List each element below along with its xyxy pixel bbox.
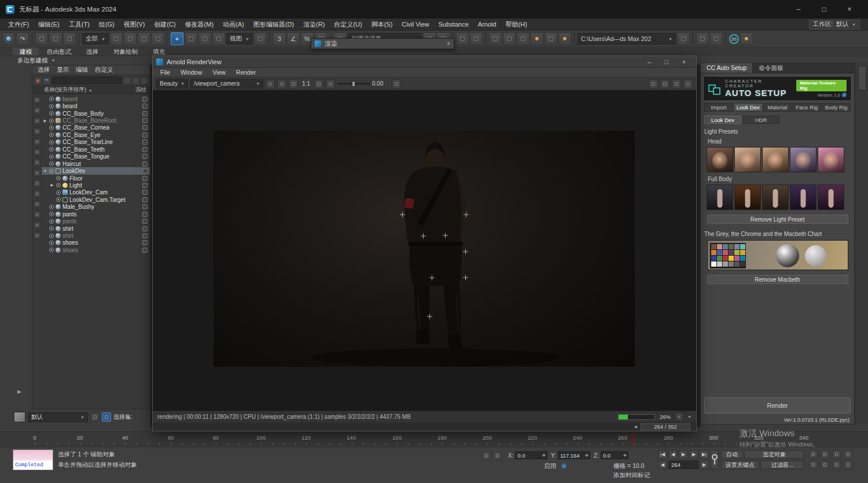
display-all-icon[interactable] xyxy=(34,97,41,104)
body-preset-thumb-5[interactable] xyxy=(818,185,844,210)
menu-group[interactable]: 组(G) xyxy=(94,19,119,31)
hierarchy-view-icon[interactable] xyxy=(141,77,148,84)
visibility-icon[interactable] xyxy=(49,161,54,166)
object-color-swatch[interactable] xyxy=(14,412,25,422)
set-key-mode-button[interactable]: 设置关键点 xyxy=(721,460,759,469)
menu-scripting[interactable]: 脚本(S) xyxy=(367,19,398,31)
freeze-toggle-icon[interactable] xyxy=(142,97,148,102)
minimize-icon[interactable]: – xyxy=(641,56,658,68)
maximize-icon[interactable]: □ xyxy=(658,56,675,68)
display-mode-icon[interactable] xyxy=(660,79,670,89)
adaptive-degradation-badge[interactable]: 20 xyxy=(729,34,739,44)
lighting-analysis-icon[interactable] xyxy=(740,32,753,45)
preset-dropdown[interactable]: 默认 ▼ xyxy=(28,412,88,422)
next-frame-button[interactable]: ▶ xyxy=(689,450,698,459)
key-filters-button[interactable]: 过滤器... xyxy=(760,460,804,469)
collapse-icon[interactable]: ▼ xyxy=(43,169,47,173)
rv-menu-window[interactable]: Window xyxy=(175,69,207,76)
visibility-icon[interactable] xyxy=(49,140,54,145)
use-pivot-center-icon[interactable] xyxy=(254,32,267,45)
tree-item-shoes[interactable]: shoes xyxy=(42,246,150,253)
expand-icon[interactable]: ▶ xyxy=(50,183,54,187)
lock-explorer-icon[interactable] xyxy=(34,222,41,228)
track-bar[interactable]: 0 20 40 60 80 100 120 140 160 180 200 22… xyxy=(0,432,868,447)
viewport-layout-icon[interactable] xyxy=(844,460,852,469)
display-geometry-icon[interactable] xyxy=(34,107,41,114)
ribbon-tab-freeform[interactable]: 自由形式 xyxy=(40,47,78,56)
window-crossing-icon[interactable] xyxy=(152,32,164,45)
channels-icon[interactable] xyxy=(672,79,681,89)
visibility-icon[interactable] xyxy=(49,241,54,245)
freeze-toggle-icon[interactable] xyxy=(142,168,148,174)
auto-key-button[interactable]: 自动 xyxy=(721,450,743,459)
pan-icon[interactable] xyxy=(809,460,818,469)
tree-item-cc-base-tearline[interactable]: CC_Base_TearLine xyxy=(42,139,150,146)
clear-filter-icon[interactable] xyxy=(34,77,42,84)
zoom-extents-icon[interactable] xyxy=(832,450,841,459)
pick-parent-icon[interactable] xyxy=(34,211,41,218)
zoom-icon[interactable] xyxy=(809,450,818,459)
minimize-icon[interactable]: – xyxy=(786,0,811,19)
head-preset-thumb-2[interactable] xyxy=(734,147,761,172)
freeze-toggle-icon[interactable] xyxy=(142,197,148,202)
cc-tab-look-dev[interactable]: Look Dev xyxy=(734,103,763,112)
display-lights-icon[interactable] xyxy=(34,128,41,135)
snapshot-icon[interactable] xyxy=(277,79,286,89)
menu-edit[interactable]: 编辑(E) xyxy=(34,19,64,31)
visibility-icon[interactable] xyxy=(49,119,54,123)
tree-item-pants[interactable]: pants xyxy=(42,217,150,224)
ribbon-tab-object-paint[interactable]: 对象绘制 xyxy=(106,47,145,56)
go-to-end-button[interactable]: ▶| xyxy=(700,450,709,459)
ribbon-tab-modeling[interactable]: 建模 xyxy=(13,47,39,56)
explorer-menu-customize[interactable]: 自定义 xyxy=(92,66,116,74)
expand-icon[interactable]: ▶ xyxy=(43,119,47,123)
render-region-icon[interactable] xyxy=(710,32,723,45)
rendered-frame-window-icon[interactable] xyxy=(545,32,557,45)
menu-views[interactable]: 视图(V) xyxy=(119,19,150,31)
info-icon[interactable]: i xyxy=(561,463,567,469)
z-coordinate-field[interactable]: Z: 0.0 xyxy=(594,451,628,459)
visibility-icon[interactable] xyxy=(49,126,54,130)
reference-coordinate-dropdown[interactable]: 视图 ▼ xyxy=(226,33,253,45)
tree-item-beard[interactable]: beard xyxy=(42,95,150,102)
tree-item-lookdev-cam[interactable]: LookDev_Cam xyxy=(42,189,150,196)
display-bones-icon[interactable] xyxy=(34,169,41,176)
angle-snap-icon[interactable]: ∠ xyxy=(287,32,300,45)
menu-customize[interactable]: 自定义(U) xyxy=(329,19,366,31)
remove-light-preset-button[interactable]: Remove Light Preset xyxy=(707,215,848,224)
menu-graph-editors[interactable]: 图形编辑器(D) xyxy=(249,19,299,31)
enable-label[interactable]: 启用 xyxy=(544,462,556,470)
orbit-icon[interactable] xyxy=(821,460,829,469)
visibility-icon[interactable] xyxy=(49,219,54,224)
visibility-icon[interactable] xyxy=(56,197,61,202)
select-object-icon[interactable] xyxy=(110,32,123,45)
stop-render-icon[interactable] xyxy=(675,413,683,421)
visibility-icon[interactable] xyxy=(56,190,61,195)
visibility-icon[interactable] xyxy=(49,154,54,159)
arnold-render-icon[interactable] xyxy=(2,32,15,45)
exposure-sun-icon[interactable] xyxy=(326,79,335,89)
body-preset-thumb-1[interactable] xyxy=(707,185,733,210)
bind-spacewarp-icon[interactable] xyxy=(63,32,76,45)
visibility-icon[interactable] xyxy=(49,104,54,109)
menu-animation[interactable]: 动画(A) xyxy=(218,19,249,31)
current-frame-field[interactable]: 264 xyxy=(668,460,698,469)
menu-civil-view[interactable]: Civil View xyxy=(397,19,433,31)
menu-substance[interactable]: Substance xyxy=(434,19,473,31)
freeze-toggle-icon[interactable] xyxy=(142,248,148,253)
settings-gear-icon[interactable] xyxy=(683,79,693,89)
set-keys-button[interactable] xyxy=(711,450,719,469)
tab-cc-auto-setup[interactable]: CC Auto Setup xyxy=(701,63,753,73)
visibility-icon[interactable] xyxy=(49,212,54,216)
sync-selection-icon[interactable] xyxy=(34,201,41,208)
tree-item-lookdev-cam-target[interactable]: LookDev_Cam.Target xyxy=(42,196,150,203)
menu-rendering[interactable]: 渲染(R) xyxy=(299,19,329,31)
menu-create[interactable]: 创建(C) xyxy=(149,19,180,31)
time-tag-text[interactable]: 添加时间标记 xyxy=(613,471,650,480)
select-link-icon[interactable] xyxy=(35,32,48,45)
tree-item-haircut[interactable]: Haircut xyxy=(42,160,150,167)
cc-tab-face-rig[interactable]: Face Rig xyxy=(792,103,821,112)
chevron-left-icon[interactable]: ◀ xyxy=(634,425,637,429)
current-frame-marker[interactable] xyxy=(632,433,634,446)
freeze-toggle-icon[interactable] xyxy=(142,204,148,209)
